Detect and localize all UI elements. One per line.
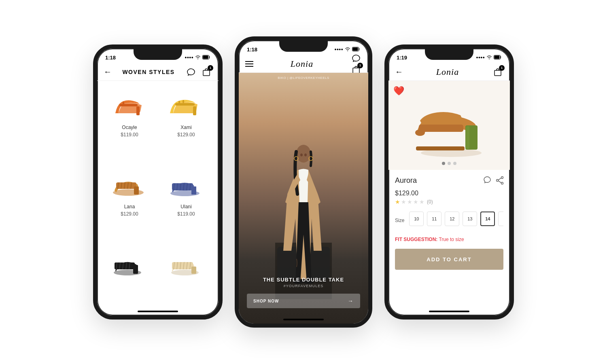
phone-3: 1:19 ●●●● ← [384, 44, 514, 320]
svg-rect-9 [183, 100, 184, 103]
svg-rect-8 [178, 101, 180, 104]
size-14[interactable]: 14 [480, 212, 495, 226]
home-indicator-3 [429, 311, 469, 312]
phone-2-status-icons: ●●●● [334, 47, 360, 52]
svg-point-49 [296, 145, 311, 163]
svg-rect-4 [136, 106, 140, 115]
svg-rect-11 [116, 182, 136, 189]
battery-icon-2 [352, 47, 360, 52]
product-info-row: Aurora [395, 176, 503, 186]
svg-rect-57 [495, 55, 500, 59]
svg-rect-6 [175, 103, 195, 106]
product-6[interactable] [158, 243, 214, 311]
phone-2: 1:18 ●●●● [235, 36, 372, 328]
star-5: ★ [419, 199, 424, 205]
signal-icon: ●●●● [185, 55, 193, 59]
cart-button-3[interactable]: 1 [492, 66, 503, 78]
size-label: Size [395, 218, 404, 223]
shop-now-button[interactable]: SHOP NOW → [247, 294, 360, 308]
size-11[interactable]: 11 [427, 212, 441, 226]
hero-sub-text: #YOURFAVEMULES [239, 284, 368, 288]
star-4: ★ [413, 199, 418, 205]
dot-1[interactable] [442, 162, 445, 165]
svg-rect-3 [119, 104, 138, 106]
svg-rect-58 [495, 70, 501, 76]
svg-rect-34 [133, 265, 138, 274]
battery-icon-3 [494, 55, 502, 60]
star-2: ★ [401, 199, 406, 205]
svg-rect-17 [134, 186, 139, 195]
fit-suggestion: FIT SUGGESTION: True to size [395, 237, 503, 242]
phones-container: 1:18 ●●●● ← [0, 0, 607, 364]
svg-rect-2 [203, 70, 210, 76]
size-selector-row: Size 10 11 12 13 14 15 [395, 212, 503, 233]
signal-icon-2: ●●●● [334, 47, 343, 51]
star-3: ★ [407, 199, 412, 205]
fit-suggestion-label: FIT SUGGESTION: [395, 237, 437, 242]
product-image-lana [105, 168, 154, 201]
svg-point-63 [415, 129, 425, 136]
svg-point-51 [304, 154, 307, 157]
svg-rect-64 [416, 146, 465, 150]
product-xami[interactable]: Xami $129.00 [158, 85, 214, 164]
dot-2[interactable] [448, 162, 451, 165]
phone-1-header: ← WOVEN STYLES 1 [97, 63, 219, 81]
fit-suggestion-value: True to size [439, 237, 464, 242]
brand-logo-3: Lonia [436, 67, 459, 77]
wishlist-button[interactable]: ❤️ [393, 86, 404, 96]
product-image-dots [442, 162, 456, 165]
svg-rect-43 [191, 267, 196, 274]
size-12[interactable]: 12 [445, 212, 459, 226]
svg-line-68 [498, 178, 501, 180]
product-hero-image: ❤️ [388, 81, 510, 170]
chat-product-button[interactable] [483, 176, 491, 186]
page-title: WOVEN STYLES [122, 69, 174, 75]
battery-icon [202, 55, 210, 60]
phone-2-header: Lonia 1 [239, 55, 368, 73]
share-product-button[interactable] [496, 176, 503, 186]
wifi-icon-3 [486, 55, 492, 60]
product-lana[interactable]: Lana $129.00 [101, 164, 158, 243]
dot-3[interactable] [453, 162, 456, 165]
phone-1-screen: 1:18 ●●●● ← [97, 49, 219, 315]
product-detail-content: ❤️ [388, 81, 510, 315]
header-icons: 1 [185, 66, 212, 78]
home-indicator-1 [138, 311, 178, 312]
product-grid: Ocayle $119.00 [97, 81, 219, 315]
back-button[interactable]: ← [104, 67, 112, 76]
hero-background: BIKO | @LIFEOVERKEYHEELS [239, 73, 368, 324]
wifi-icon-2 [345, 47, 350, 52]
brand-logo-2: Lonia [291, 59, 313, 69]
product-title-area: Aurora [395, 176, 417, 185]
svg-point-65 [501, 177, 503, 179]
product-price-xami: $129.00 [177, 132, 195, 138]
product-price-large: $129.00 [395, 190, 503, 197]
product-5[interactable] [101, 243, 158, 311]
size-10[interactable]: 10 [409, 212, 424, 226]
cart-badge: 1 [208, 65, 213, 71]
cart-button[interactable]: 1 [201, 66, 212, 78]
size-13[interactable]: 13 [463, 212, 477, 226]
product-ulani[interactable]: Ulani $119.00 [158, 164, 214, 243]
chat-button[interactable] [185, 66, 197, 78]
phone-1-time: 1:18 [105, 55, 116, 61]
svg-rect-46 [353, 68, 359, 73]
add-to-cart-button[interactable]: ADD TO CART [395, 249, 503, 270]
svg-rect-26 [191, 186, 196, 195]
wifi-icon [195, 55, 201, 60]
product-image-ocayle [105, 89, 154, 121]
signal-icon-3: ●●●● [476, 55, 485, 59]
hamburger-menu[interactable] [245, 61, 253, 67]
shop-now-label: SHOP NOW [253, 299, 279, 303]
size-15[interactable]: 15 [498, 212, 503, 226]
arrow-icon: → [348, 298, 354, 304]
phone-2-time: 1:18 [247, 47, 257, 53]
product-name-ocayle: Ocayle [122, 125, 137, 130]
phone-1-notch [134, 49, 182, 60]
svg-rect-7 [193, 106, 196, 115]
hero-overlay-text: THE SUBTLE DOUBLE TAKE #YOURFAVEMULES [239, 277, 368, 288]
product-ocayle[interactable]: Ocayle $119.00 [101, 85, 158, 164]
back-button-3[interactable]: ← [395, 67, 403, 76]
phone-1-status-icons: ●●●● [185, 55, 210, 60]
svg-rect-5 [123, 102, 124, 105]
